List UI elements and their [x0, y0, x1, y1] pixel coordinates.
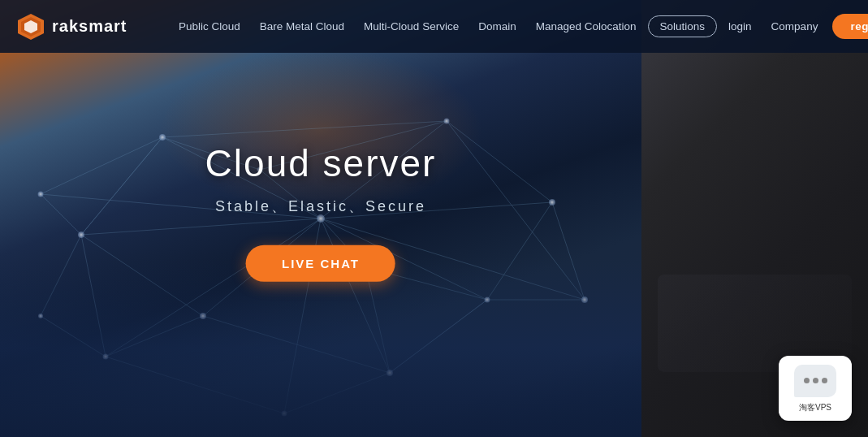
svg-line-13	[447, 121, 552, 202]
svg-line-27	[81, 137, 162, 235]
chat-widget[interactable]: 淘客VPS	[779, 356, 852, 421]
nav-actions: register	[832, 14, 868, 39]
nav-bare-metal[interactable]: Bare Metal Cloud	[252, 14, 352, 39]
hero-section: Cloud server Stable、Elastic、Secure LIVE …	[0, 0, 641, 437]
hero-content: Cloud server Stable、Elastic、Secure LIVE …	[205, 141, 437, 282]
hero-subtitle: Stable、Elastic、Secure	[205, 197, 437, 216]
logo[interactable]: raksmart	[16, 12, 146, 41]
nav-login-link[interactable]: login	[720, 14, 760, 39]
nav-solutions[interactable]: Solutions	[648, 15, 718, 37]
brand-name: raksmart	[52, 17, 127, 36]
chat-dot-1	[804, 378, 810, 383]
chat-label: 淘客VPS	[799, 402, 831, 413]
chat-dot-3	[822, 378, 827, 383]
svg-point-41	[159, 134, 166, 141]
svg-line-32	[41, 194, 81, 235]
nav-company[interactable]: Company	[763, 14, 827, 39]
nav-colocation[interactable]: Managed Colocation	[528, 14, 645, 39]
svg-point-52	[38, 192, 44, 197]
city-overlay	[0, 258, 641, 437]
svg-line-33	[41, 137, 162, 194]
nav-public-cloud[interactable]: Public Cloud	[171, 14, 248, 39]
svg-point-42	[444, 119, 450, 124]
nav-links: Public Cloud Bare Metal Cloud Multi-Clou…	[171, 14, 826, 39]
chat-dot-2	[813, 378, 818, 383]
navbar: raksmart Public Cloud Bare Metal Cloud M…	[0, 0, 868, 53]
register-button[interactable]: register	[832, 14, 868, 39]
chat-bubble-icon	[794, 365, 836, 397]
livechat-button[interactable]: LIVE CHAT	[246, 245, 395, 282]
svg-line-11	[162, 121, 447, 137]
hero-title: Cloud server	[205, 141, 437, 185]
nav-multi-cloud[interactable]: Multi-Cloud Service	[356, 14, 467, 39]
svg-point-43	[549, 199, 555, 206]
logo-icon	[16, 12, 45, 41]
svg-point-46	[78, 231, 84, 238]
nav-domain[interactable]: Domain	[470, 14, 525, 39]
